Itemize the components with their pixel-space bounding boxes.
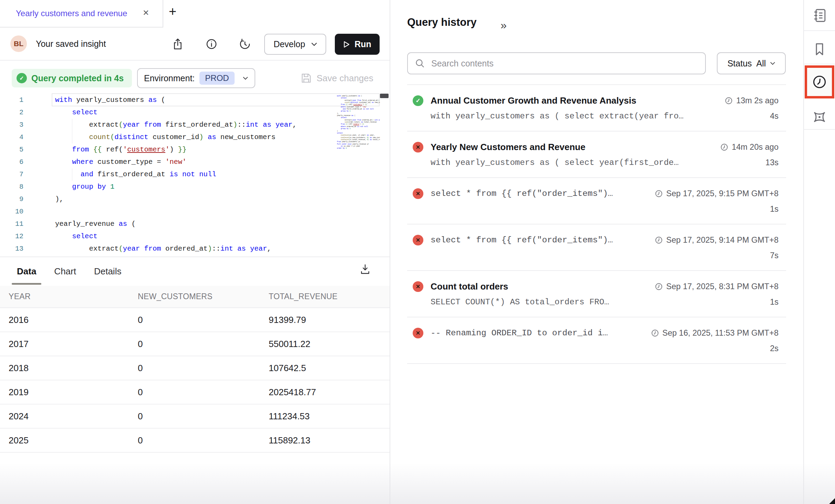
history-item-time: Sep 16, 2025, 11:53 PM GMT+8 [651, 328, 779, 338]
clock-icon [655, 190, 663, 198]
table-cell: 115892.13 [269, 435, 390, 446]
code-line: count(distinct customer_id) as new_custo… [55, 131, 336, 144]
code-line: select [55, 230, 336, 243]
table-row: 20170550011.22 [0, 332, 390, 356]
line-number: 9 [0, 193, 23, 206]
results-tab-chart[interactable]: Chart [54, 257, 76, 286]
explore-button[interactable] [811, 108, 828, 126]
history-item-title: -- Renaming ORDER_ID to order_id i… [431, 328, 651, 338]
code-line: where customer_type = 'new' [55, 156, 336, 168]
code-line: and first_ordered_at is not null [55, 168, 336, 181]
share-button[interactable] [171, 37, 185, 51]
status-filter-value: All [756, 59, 766, 69]
environment-selector[interactable]: Environment: PROD [137, 68, 255, 88]
info-button[interactable] [205, 37, 218, 51]
save-changes-button[interactable]: Save changes [301, 68, 373, 88]
query-status-badge: ✓ Query completed in 4s [12, 69, 132, 87]
code-line: with yearly_customers as ( [55, 94, 336, 106]
history-item[interactable]: ✕select * from {{ ref("order_items")…Sep… [407, 178, 786, 224]
bookmark-icon [812, 42, 827, 57]
editor-pane: Yearly customers and revenue ✕ + BL Your… [0, 0, 390, 504]
search-icon [415, 58, 425, 69]
search-input[interactable] [431, 58, 698, 69]
new-tab-button[interactable]: + [169, 4, 176, 19]
line-number: 7 [0, 168, 23, 181]
clock-icon [812, 74, 827, 90]
code-line [55, 206, 336, 218]
share-icon [172, 38, 184, 50]
time-text: 14m 20s ago [732, 143, 779, 152]
results-tab-data[interactable]: Data [17, 257, 36, 286]
table-row: 201902025418.77 [0, 380, 390, 405]
minimap[interactable]: with yearly_customers as ( select extrac… [337, 95, 380, 250]
success-check-icon: ✓ [17, 73, 27, 83]
history-item-time: Sep 17, 2025, 9:15 PM GMT+8 [655, 189, 779, 198]
history-item-title: select * from {{ ref("order_items")… [431, 189, 655, 198]
results-table: 2016091399.7920170550011.2220180107642.5… [0, 308, 390, 453]
history-item-row: ✕select * from {{ ref("order_items")…Sep… [413, 187, 779, 200]
time-text: 13m 2s ago [736, 96, 779, 105]
bookmarks-button[interactable] [811, 41, 828, 58]
code-line: group by 1 [55, 181, 336, 193]
history-item-title: Annual Customer Growth and Revenue Analy… [431, 95, 725, 106]
chevron-down-icon [770, 62, 775, 65]
history-item-sql: with yearly_customers as ( select year(f… [431, 158, 765, 167]
notebook-icon [812, 8, 827, 23]
line-number: 13 [0, 243, 23, 252]
code-line: order by 1 [337, 147, 380, 149]
code-line: select [55, 106, 336, 119]
history-item-duration: 2s [770, 344, 779, 353]
table-cell: 0 [138, 387, 269, 398]
history-list: ✓Annual Customer Growth and Revenue Anal… [407, 84, 786, 364]
line-number: 6 [0, 156, 23, 168]
table-cell: 0 [138, 315, 269, 325]
clock-icon [720, 143, 728, 151]
query-history-button-active[interactable] [805, 65, 834, 98]
avatar: BL [10, 35, 27, 52]
column-header: NEW_CUSTOMERS [138, 292, 269, 301]
develop-dropdown[interactable]: Develop [264, 34, 326, 55]
version-history-button[interactable] [238, 37, 252, 51]
history-item-duration: 1s [770, 297, 779, 307]
sql-editor[interactable]: 1234567891011121314151617181920212223242… [0, 93, 390, 252]
table-cell: 2016 [9, 315, 138, 325]
run-button[interactable]: Run [335, 34, 380, 55]
table-cell: 2019 [9, 387, 138, 398]
results-tab-details[interactable]: Details [94, 257, 121, 286]
table-row: 20250115892.13 [0, 429, 390, 453]
clock-icon [655, 236, 663, 244]
minimap-content: with yearly_customers as ( select extrac… [337, 95, 380, 150]
history-item-row: ✕Yearly New Customers and Revenue14m 20s… [413, 140, 779, 154]
table-cell: 107642.5 [269, 363, 390, 374]
file-tab[interactable]: Yearly customers and revenue [0, 0, 163, 28]
history-item[interactable]: ✓Annual Customer Growth and Revenue Anal… [407, 85, 786, 132]
play-icon [343, 41, 350, 48]
history-item-duration: 13s [765, 158, 779, 167]
history-item[interactable]: ✕-- Renaming ORDER_ID to order_id i…Sep … [407, 317, 786, 364]
clock-icon [725, 97, 733, 105]
notebook-button[interactable] [811, 7, 828, 24]
history-item-sql: with yearly_customers as ( select extrac… [431, 112, 770, 121]
history-item[interactable]: ✕Yearly New Customers and Revenue14m 20s… [407, 132, 786, 178]
history-item-title: Yearly New Customers and Revenue [431, 142, 720, 153]
file-tab-title: Yearly customers and revenue [16, 9, 127, 18]
history-item-row: SELECT COUNT(*) AS total_orders FRO…1s [413, 296, 779, 308]
table-cell: 2017 [9, 339, 138, 349]
table-cell: 2024 [9, 411, 138, 422]
history-item-row: ✕-- Renaming ORDER_ID to order_id i…Sep … [413, 326, 779, 339]
environment-value-chip: PROD [199, 72, 234, 85]
line-number: 4 [0, 131, 23, 144]
history-item[interactable]: ✕select * from {{ ref("order_items")…Sep… [407, 224, 786, 271]
tab-close-icon[interactable]: ✕ [143, 8, 149, 18]
collapse-panel-button[interactable]: » [501, 19, 507, 32]
history-search[interactable] [407, 52, 706, 74]
code-line: extract(year from ordered_at)::int as ye… [55, 243, 336, 252]
editor-scrollbar-thumb[interactable] [380, 94, 389, 98]
status-filter-dropdown[interactable]: Status All [717, 52, 786, 74]
table-row: 20240111234.53 [0, 405, 390, 429]
line-number-gutter: 1234567891011121314151617181920212223242… [0, 94, 23, 252]
code-line: yearly_revenue as ( [55, 218, 336, 230]
download-results-button[interactable] [358, 262, 373, 277]
history-item[interactable]: ✕Count total ordersSep 17, 2025, 8:31 PM… [407, 271, 786, 317]
status-error-icon: ✕ [413, 188, 423, 199]
